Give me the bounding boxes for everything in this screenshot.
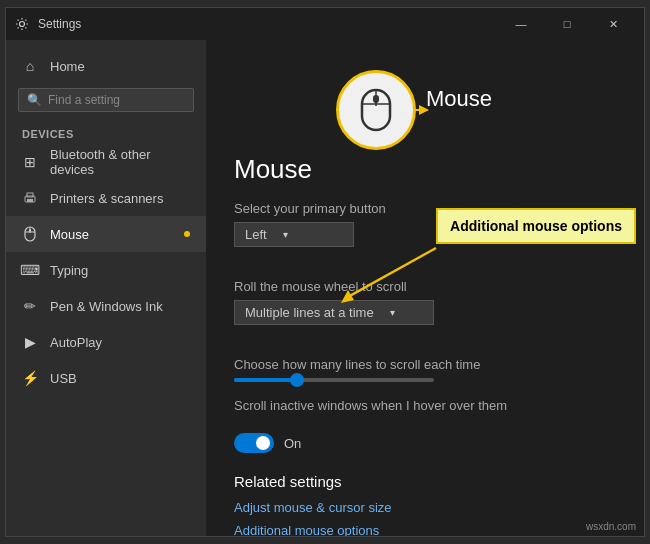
slider-thumb[interactable] [290, 373, 304, 387]
callout-arrow [326, 238, 446, 318]
search-box[interactable]: 🔍 [18, 88, 194, 112]
minimize-button[interactable]: — [498, 8, 544, 40]
search-input[interactable] [48, 93, 185, 107]
sidebar-item-pen[interactable]: ✏ Pen & Windows Ink [6, 288, 206, 324]
close-button[interactable]: ✕ [590, 8, 636, 40]
printers-icon [22, 190, 38, 206]
related-settings-section: Related settings Adjust mouse & cursor s… [234, 473, 616, 536]
mouse-icon [22, 226, 38, 242]
toggle-row: On [234, 433, 616, 453]
sidebar-item-bluetooth[interactable]: ⊞ Bluetooth & other devices [6, 144, 206, 180]
sidebar-item-autoplay[interactable]: ▶ AutoPlay [6, 324, 206, 360]
callout-annotation: Additional mouse options [436, 208, 636, 244]
inactive-scroll-label: Scroll inactive windows when I hover ove… [234, 398, 507, 413]
svg-point-0 [20, 22, 25, 27]
devices-heading: Devices [6, 124, 206, 144]
sidebar-item-mouse[interactable]: Mouse [6, 216, 206, 252]
titlebar-controls: — □ ✕ [498, 8, 636, 40]
home-icon: ⌂ [22, 58, 38, 74]
svg-rect-7 [29, 229, 31, 232]
svg-rect-11 [373, 95, 379, 103]
sidebar-item-typing[interactable]: ⌨ Typing [6, 252, 206, 288]
sidebar-pen-label: Pen & Windows Ink [50, 299, 163, 314]
autoplay-icon: ▶ [22, 334, 38, 350]
adjust-mouse-link[interactable]: Adjust mouse & cursor size [234, 500, 616, 515]
sidebar-mouse-label: Mouse [50, 227, 89, 242]
titlebar-title: Settings [38, 17, 81, 31]
settings-titlebar-icon [14, 16, 30, 32]
bluetooth-icon: ⊞ [22, 154, 38, 170]
toggle-knob [256, 436, 270, 450]
sidebar-usb-label: USB [50, 371, 77, 386]
primary-button-value: Left [245, 227, 267, 242]
main-content: Mouse Mouse Select your primary button L… [206, 40, 644, 536]
callout-text: Additional mouse options [450, 218, 622, 234]
sidebar-item-printers[interactable]: Printers & scanners [6, 180, 206, 216]
sidebar-item-usb[interactable]: ⚡ USB [6, 360, 206, 396]
slider-fill [234, 378, 294, 382]
titlebar-left: Settings [14, 16, 81, 32]
active-dot [184, 231, 190, 237]
svg-line-12 [346, 248, 436, 298]
watermark: wsxdn.com [586, 521, 636, 532]
sidebar: ⌂ Home 🔍 Devices ⊞ Bluetooth & other dev… [6, 40, 206, 536]
related-settings-title: Related settings [234, 473, 616, 490]
usb-icon: ⚡ [22, 370, 38, 386]
sidebar-autoplay-label: AutoPlay [50, 335, 102, 350]
callout-box: Additional mouse options [436, 208, 636, 244]
additional-mouse-link[interactable]: Additional mouse options [234, 523, 616, 536]
sidebar-printers-label: Printers & scanners [50, 191, 163, 206]
chevron-down-icon: ▾ [283, 229, 288, 240]
slider-track[interactable] [234, 378, 434, 382]
maximize-button[interactable]: □ [544, 8, 590, 40]
scroll-lines-label: Choose how many lines to scroll each tim… [234, 357, 616, 372]
sidebar-item-home[interactable]: ⌂ Home [6, 48, 206, 84]
titlebar: Settings — □ ✕ [6, 8, 644, 40]
inactive-scroll-setting: Scroll inactive windows when I hover ove… [234, 398, 616, 413]
page-title: Mouse [234, 154, 616, 185]
sidebar-typing-label: Typing [50, 263, 88, 278]
scroll-lines-slider-container [234, 378, 616, 382]
sidebar-home-label: Home [50, 59, 85, 74]
content-area: ⌂ Home 🔍 Devices ⊞ Bluetooth & other dev… [6, 40, 644, 536]
pen-icon: ✏ [22, 298, 38, 314]
sidebar-bluetooth-label: Bluetooth & other devices [50, 147, 190, 177]
search-icon: 🔍 [27, 93, 42, 107]
inactive-scroll-toggle[interactable] [234, 433, 274, 453]
svg-marker-13 [341, 290, 354, 303]
typing-icon: ⌨ [22, 262, 38, 278]
svg-rect-3 [27, 199, 33, 202]
settings-window: Settings — □ ✕ ⌂ Home 🔍 Devices ⊞ [5, 7, 645, 537]
scroll-lines-setting: Choose how many lines to scroll each tim… [234, 357, 616, 382]
toggle-state-label: On [284, 436, 301, 451]
mouse-header-label: Mouse [426, 86, 492, 112]
mouse-circle-annotation [336, 70, 416, 150]
